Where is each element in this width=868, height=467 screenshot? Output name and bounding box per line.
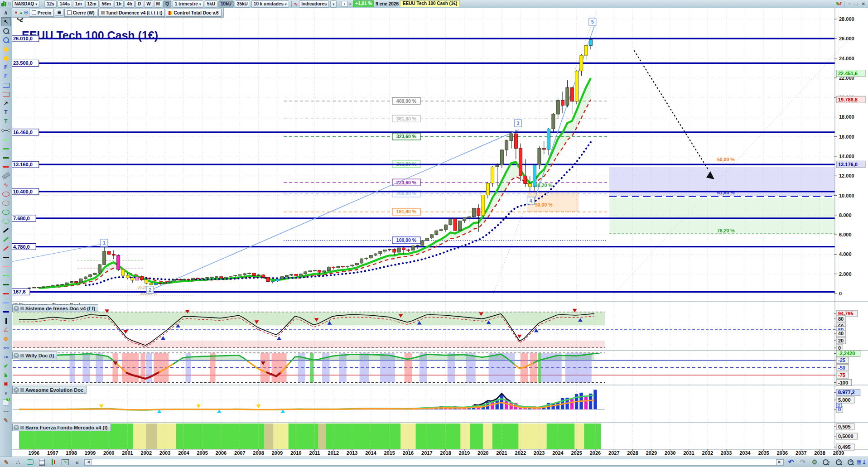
units-selector[interactable]: 10 k unidades ▾ bbox=[251, 0, 289, 8]
news-icon[interactable] bbox=[37, 458, 46, 466]
line-lightgreen-icon[interactable] bbox=[1, 135, 11, 144]
rectangle-red-icon[interactable] bbox=[1, 90, 11, 99]
scroll-left-button[interactable]: ◀ bbox=[85, 459, 92, 465]
chat-icon[interactable]: ⋯ bbox=[25, 458, 34, 466]
horizontal-scrollbar[interactable]: ◀ ▶ bbox=[84, 459, 784, 466]
text-tool-icon[interactable]: T bbox=[1, 108, 11, 117]
columns-slider-icon[interactable]: ≣⇣ bbox=[857, 458, 866, 466]
diagonal-green-icon[interactable] bbox=[1, 235, 11, 244]
timeframe-D[interactable]: D bbox=[135, 0, 143, 8]
hline-pink-icon[interactable] bbox=[1, 262, 11, 271]
checkbox-icon[interactable] bbox=[32, 10, 36, 15]
close-button[interactable]: ✕ bbox=[860, 1, 867, 6]
hline-darkgreen-icon[interactable] bbox=[1, 280, 11, 289]
chart-canvas[interactable]: 50,00 %61,80 %76,20 %38,20 %50,00 %400,0… bbox=[0, 0, 868, 467]
zoom-icon[interactable] bbox=[1, 26, 11, 35]
ruler-icon[interactable] bbox=[1, 171, 11, 180]
timeframe-56m[interactable]: 56m bbox=[100, 0, 113, 8]
segment-tool-icon[interactable] bbox=[1, 126, 11, 135]
restore-button[interactable]: □ bbox=[854, 1, 859, 6]
ellipse-red-icon[interactable] bbox=[1, 189, 11, 198]
overlay-tab-cierre-w-[interactable]: Cierre (W) bbox=[64, 9, 97, 17]
timeframe-M[interactable]: M bbox=[154, 0, 162, 8]
unit-10kU[interactable]: 10kU bbox=[218, 0, 234, 8]
letters-tool-icon[interactable]: +b bbox=[1, 352, 11, 361]
timeframe-4h[interactable]: 4h bbox=[125, 0, 135, 8]
ellipse-brown-icon[interactable] bbox=[1, 198, 11, 207]
hline-lightblue-icon[interactable] bbox=[1, 298, 11, 307]
ellipse-lightgreen-icon[interactable] bbox=[1, 217, 11, 226]
sell-arrow-icon[interactable]: ▼ bbox=[14, 10, 18, 15]
scroll-right-button[interactable]: ▶ bbox=[776, 459, 783, 465]
overlay-tab-precio[interactable]: Precio bbox=[29, 9, 54, 17]
line-green-icon[interactable] bbox=[1, 144, 11, 153]
rectangle-blue-icon[interactable] bbox=[1, 81, 11, 90]
pointer-tool-icon[interactable]: ↖ bbox=[1, 17, 11, 26]
zoom-range-icon[interactable]: ↕ bbox=[822, 458, 831, 466]
symbol-selector[interactable]: NASDAQ ▾ bbox=[12, 0, 39, 8]
timeframe-144s[interactable]: 144s bbox=[58, 0, 72, 8]
diagonal-red-icon[interactable] bbox=[1, 244, 11, 253]
ellipse-green-icon[interactable] bbox=[1, 207, 11, 217]
confirm-icon[interactable]: ✔ bbox=[1, 361, 11, 371]
circle-plus-icon[interactable]: ⊕ bbox=[1, 334, 11, 343]
more-icon[interactable]: ⋯ bbox=[1, 407, 11, 416]
info-icon[interactable]: i bbox=[342, 1, 347, 7]
timeframe-12s[interactable]: 12s bbox=[44, 0, 57, 8]
columns-icon[interactable]: ⁞⁞ bbox=[8, 2, 11, 6]
unit-5kU[interactable]: 5kU bbox=[205, 0, 217, 8]
line-red-swatch-icon[interactable] bbox=[1, 162, 11, 171]
collapse-down-icon[interactable]: ∨ bbox=[1, 389, 11, 398]
overlay-tab-control-total-doc-v-6[interactable]: Control Total Doc v.6 bbox=[166, 9, 221, 17]
angle-tool-icon[interactable]: ∠ bbox=[1, 325, 11, 334]
indicators-dropdown[interactable]: ▾ bbox=[330, 0, 337, 8]
timeframe-1h[interactable]: 1h bbox=[114, 0, 124, 8]
line-darkgreen-icon[interactable] bbox=[1, 153, 11, 162]
panel-close-icon[interactable]: ✕ bbox=[14, 425, 19, 430]
hline-red-icon[interactable] bbox=[1, 289, 11, 298]
alert-pointer-icon[interactable] bbox=[1, 44, 11, 53]
vline-icon[interactable] bbox=[1, 316, 11, 325]
panel-tab-0[interactable]: ✕Sistema de trenes Doc v4 (f f) bbox=[12, 304, 98, 312]
collapse-left-icon[interactable]: « bbox=[72, 458, 82, 466]
diagonal-black-icon[interactable] bbox=[1, 226, 11, 235]
arrow-tool-icon[interactable]: ↗ bbox=[1, 99, 11, 108]
panel-close-icon[interactable]: ✕ bbox=[14, 306, 19, 311]
refresh-icon[interactable]: ↻↺ bbox=[836, 1, 842, 6]
timeframe-W[interactable]: W bbox=[144, 0, 153, 8]
overlay-tab-tunel-domenec-v4-t-t-t-t-t-[interactable]: Tunel Domenec v4 (t t t t t) bbox=[98, 9, 165, 17]
timeframe-1m[interactable]: 1m bbox=[73, 0, 84, 8]
fibonacci-icon[interactable]: F bbox=[1, 63, 11, 72]
draw-mode-icon[interactable]: ✎ bbox=[1, 416, 11, 425]
instrument-chip[interactable]: EEUU Tech 100 Cash (1€) bbox=[400, 0, 460, 7]
delete-icon[interactable]: ✖ bbox=[1, 380, 11, 389]
quotes-icon[interactable] bbox=[49, 458, 58, 466]
unit-35kU[interactable]: 35kU bbox=[235, 0, 250, 8]
zoom-in-icon[interactable]: + bbox=[845, 458, 854, 466]
zoom-area-icon[interactable] bbox=[1, 35, 11, 44]
timeframe-Q[interactable]: Q bbox=[163, 0, 171, 8]
numbers-tool-icon[interactable]: 123 bbox=[1, 343, 11, 352]
minimize-button[interactable]: – bbox=[847, 1, 852, 6]
note-tool-icon[interactable]: T bbox=[1, 117, 11, 126]
draw-mode-icon[interactable]: ✎ bbox=[2, 458, 11, 466]
list-icon[interactable]: ≣ bbox=[55, 9, 63, 16]
fibonacci-fan-icon[interactable]: F bbox=[1, 72, 11, 81]
pattern-icon[interactable]: ∿ bbox=[1, 180, 11, 189]
alert-icon[interactable] bbox=[1, 53, 11, 63]
panel-close-icon[interactable]: ✕ bbox=[14, 387, 19, 393]
like-icon[interactable]: ☛ bbox=[1, 370, 10, 380]
hline-black-icon[interactable] bbox=[1, 253, 11, 262]
panel-tab-2[interactable]: ✕Awesome Evolution Doc bbox=[12, 386, 87, 394]
hline-lightgreen-icon[interactable] bbox=[1, 271, 11, 280]
buy-arrow-icon[interactable]: ▲ bbox=[19, 10, 23, 15]
zoom-out-icon[interactable]: − bbox=[834, 458, 843, 466]
redo-icon[interactable]: ↷ bbox=[798, 458, 807, 466]
settings-icon[interactable]: ⚙ bbox=[810, 458, 819, 466]
checkbox-icon[interactable] bbox=[67, 10, 72, 15]
hline-navy-icon[interactable] bbox=[1, 307, 11, 316]
chart-window-icon[interactable]: ∿ bbox=[61, 458, 70, 466]
timeframe-12m[interactable]: 12m bbox=[85, 0, 99, 8]
period-selector[interactable]: 1 trimestre ▾ bbox=[173, 0, 203, 8]
panel-tab-1[interactable]: ✕Willy Doc (t) bbox=[12, 351, 57, 359]
